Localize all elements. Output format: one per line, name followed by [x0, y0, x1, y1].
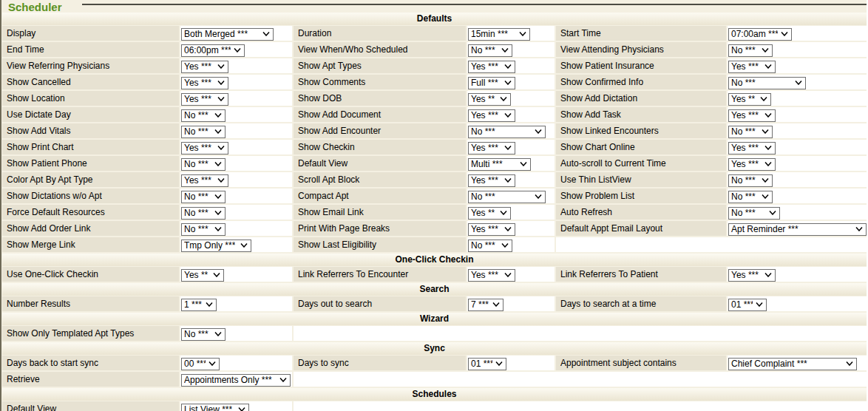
select-value: Full ***: [471, 78, 498, 88]
chevron-down-icon: [504, 81, 512, 85]
empty-cell: [294, 401, 867, 411]
chevron-down-icon: [214, 113, 222, 118]
show-last-eligibility-select[interactable]: No ***: [468, 240, 512, 252]
field-label: Default View: [2, 401, 179, 411]
field-label: Show Add Vitals: [2, 123, 179, 138]
select-value: Appointments Only ***: [184, 375, 272, 385]
settings-row: RetrieveAppointments Only ***: [2, 372, 867, 387]
days-out-to-search-select[interactable]: 7 ***: [468, 299, 503, 311]
chevron-down-icon: [762, 178, 769, 183]
field-value-cell: Yes ***: [467, 140, 555, 154]
field-value-cell: 15min ***: [467, 26, 555, 41]
field-value-cell: 01 ***: [728, 296, 867, 311]
field-value-cell: No ***: [467, 42, 555, 57]
link-referrers-to-patient-select[interactable]: Yes ***: [728, 269, 776, 282]
chevron-down-icon: [217, 97, 225, 101]
appointment-subject-contains-select[interactable]: Chief Complaint ***: [728, 358, 857, 370]
use-dictate-day-select[interactable]: No ***: [181, 109, 226, 122]
select-value: No ***: [184, 329, 208, 339]
show-comments-select[interactable]: Full ***: [468, 77, 515, 89]
select-value: Yes **: [731, 94, 755, 104]
field-label: Show Patient Phone: [2, 156, 179, 171]
use-one-click-checkin-select[interactable]: Yes **: [181, 269, 224, 282]
section-title: Schedules: [412, 389, 456, 399]
show-apt-types-select[interactable]: Yes ***: [468, 61, 515, 73]
default-appt-email-layout-select[interactable]: Apt Reminder ***: [728, 223, 867, 236]
view-when-who-scheduled-select[interactable]: No ***: [468, 44, 512, 57]
link-referrers-to-encounter-select[interactable]: Yes ***: [468, 269, 515, 282]
show-cancelled-select[interactable]: Yes ***: [181, 77, 228, 89]
print-with-page-breaks-select[interactable]: Yes ***: [468, 223, 515, 236]
field-label: Link Referrers To Patient: [556, 267, 726, 282]
scroll-apt-block-select[interactable]: Yes ***: [468, 174, 515, 187]
show-print-chart-select[interactable]: Yes ***: [181, 142, 228, 154]
show-add-order-link-select[interactable]: No ***: [181, 223, 226, 236]
settings-row: Show Only Templated Apt TypesNo ***: [2, 326, 867, 341]
field-value-cell: Tmp Only ***: [180, 237, 292, 252]
show-add-task-select[interactable]: Yes ***: [728, 109, 776, 122]
select-value: 15min ***: [471, 29, 508, 39]
show-problem-list-select[interactable]: No ***: [728, 191, 773, 203]
settings-row: Show Add Order LinkNo ***Print With Page…: [2, 221, 867, 236]
select-value: No ***: [471, 240, 495, 251]
select-value: No ***: [731, 191, 756, 202]
number-results-select[interactable]: 1 ***: [181, 299, 217, 311]
chevron-down-icon: [217, 146, 225, 150]
view-referring-physicians-select[interactable]: Yes ***: [181, 61, 228, 73]
select-value: Yes **: [471, 94, 495, 104]
auto-scroll-to-current-time-select[interactable]: Yes ***: [728, 158, 776, 171]
show-confirmed-info-select[interactable]: No ***: [728, 77, 806, 89]
settings-row: Number Results1 ***Days out to search7 *…: [2, 296, 867, 311]
retrieve-select[interactable]: Appointments Only ***: [181, 374, 291, 387]
end-time-select[interactable]: 06:00pm ***: [181, 44, 245, 57]
days-to-sync-select[interactable]: 01 ***: [468, 358, 506, 370]
show-location-select[interactable]: Yes ***: [181, 93, 228, 106]
field-value-cell: Yes ***: [467, 58, 555, 73]
field-label: Compact Apt: [294, 188, 466, 203]
show-add-document-select[interactable]: Yes ***: [468, 109, 515, 122]
start-time-select[interactable]: 07:00am ***: [728, 28, 792, 41]
days-to-search-at-a-time-select[interactable]: 01 ***: [728, 299, 767, 311]
select-value: Yes ***: [471, 175, 498, 186]
show-chart-online-select[interactable]: Yes ***: [728, 142, 776, 154]
show-linked-encounters-select[interactable]: No ***: [728, 126, 773, 138]
select-value: Yes ***: [184, 94, 211, 104]
show-merge-link-select[interactable]: Tmp Only ***: [181, 240, 251, 252]
show-add-vitals-select[interactable]: No ***: [181, 126, 226, 138]
show-dictations-w-o-apt-select[interactable]: No ***: [181, 191, 226, 203]
select-value: Yes **: [471, 208, 495, 218]
field-label: Color Apt By Apt Type: [2, 172, 179, 187]
auto-refresh-select[interactable]: No ***: [728, 207, 780, 220]
field-value-cell: Chief Complaint ***: [728, 356, 867, 370]
show-patient-insurance-select[interactable]: Yes ***: [728, 61, 776, 73]
chevron-down-icon: [504, 64, 512, 69]
settings-row: End Time06:00pm ***View When/Who Schedul…: [2, 42, 867, 57]
show-add-dictation-select[interactable]: Yes **: [728, 93, 771, 106]
show-add-encounter-select[interactable]: No ***: [468, 126, 546, 138]
show-patient-phone-select[interactable]: No ***: [181, 158, 226, 171]
display-select[interactable]: Both Merged ***: [181, 28, 274, 41]
use-thin-listview-select[interactable]: No ***: [728, 174, 773, 187]
select-value: Both Merged ***: [184, 29, 248, 39]
compact-apt-select[interactable]: No ***: [468, 191, 546, 203]
show-dob-select[interactable]: Yes **: [468, 93, 511, 106]
show-only-templated-apt-types-select[interactable]: No ***: [181, 328, 226, 341]
field-value-cell: 00 ***: [180, 356, 292, 370]
select-value: Yes ***: [471, 270, 498, 280]
field-label: Show Merge Link: [2, 237, 179, 252]
color-apt-by-apt-type-select[interactable]: Yes ***: [181, 174, 228, 187]
duration-select[interactable]: 15min ***: [468, 28, 530, 41]
chevron-down-icon: [217, 178, 225, 183]
show-email-link-select[interactable]: Yes **: [468, 207, 511, 220]
field-value-cell: Yes ***: [467, 172, 555, 187]
days-back-to-start-sync-select[interactable]: 00 ***: [181, 358, 220, 370]
field-value-cell: 1 ***: [180, 296, 292, 311]
default-view-select[interactable]: Multi ***: [468, 158, 531, 171]
section-title: Search: [419, 284, 449, 294]
default-view-select[interactable]: List View ***: [181, 404, 249, 411]
view-attending-physicians-select[interactable]: No ***: [728, 44, 773, 57]
section-title: Defaults: [417, 13, 452, 24]
show-checkin-select[interactable]: Yes ***: [468, 142, 515, 154]
force-default-resources-select[interactable]: No ***: [181, 207, 226, 220]
chevron-down-icon: [214, 227, 222, 231]
